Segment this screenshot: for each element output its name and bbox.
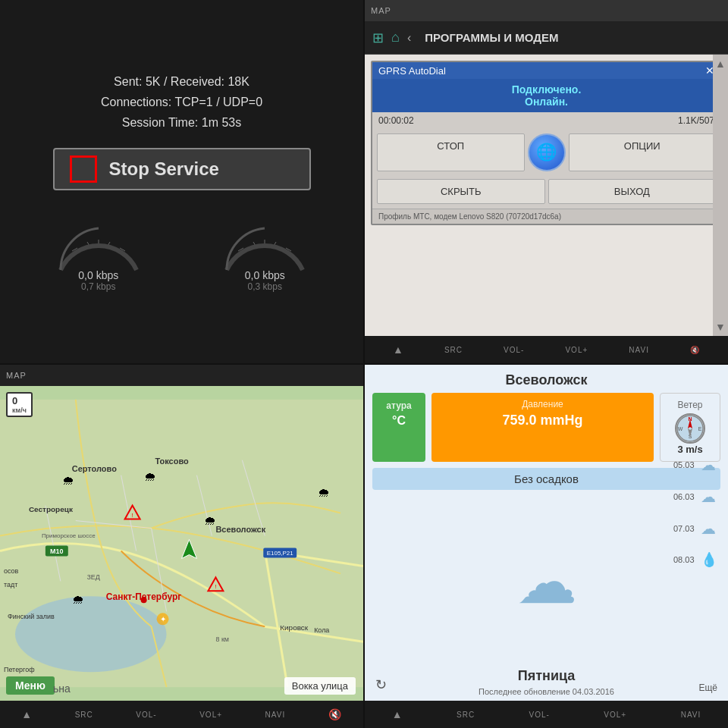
stop-service-button[interactable]: Stop Service bbox=[53, 148, 311, 190]
gprs-title: GPRS AutoDial bbox=[378, 65, 446, 77]
svg-text:тадт: тадт bbox=[4, 581, 17, 588]
gprs-stop-button[interactable]: СТОП bbox=[377, 133, 525, 171]
temp-value: °C bbox=[392, 414, 406, 428]
svg-point-15 bbox=[15, 596, 167, 672]
forecast-time-1: 05.03 bbox=[673, 460, 696, 469]
svg-text:🌧: 🌧 bbox=[144, 470, 156, 483]
more-button[interactable]: Ещё bbox=[698, 682, 717, 693]
svg-text:🌧: 🌧 bbox=[62, 474, 74, 487]
forecast-item-1: 05.03 ☁ bbox=[673, 456, 717, 474]
day-label: Пятница bbox=[365, 668, 728, 687]
forecast-time-3: 07.03 bbox=[673, 524, 696, 533]
gprs-dialog: GPRS AutoDial ✕ Подключено. Онлайн. 00:0… bbox=[371, 61, 722, 225]
svg-text:✦: ✦ bbox=[160, 615, 166, 623]
unit-content: GPRS AutoDial ✕ Подключено. Онлайн. 00:0… bbox=[365, 55, 728, 336]
weather-bottom-bar: ▲ SRC VOL- VOL+ NAVI bbox=[365, 701, 728, 728]
map-mute-button[interactable]: 🔇 bbox=[328, 708, 342, 720]
wind-value: 3 m/s bbox=[677, 444, 702, 455]
scroll-up-button[interactable]: ▲ bbox=[712, 55, 728, 73]
gprs-speed: 1.1K/507 bbox=[678, 115, 714, 126]
connections: Connections: TCP=1 / UDP=0 bbox=[101, 92, 262, 112]
svg-text:W: W bbox=[678, 426, 683, 431]
cloud-icon: ☁ bbox=[516, 547, 577, 617]
unit-top-bar: MAP bbox=[365, 0, 728, 21]
map-label-top: MAP bbox=[371, 6, 391, 15]
weather-vol-down-button[interactable]: VOL- bbox=[529, 711, 550, 719]
temp-block: атура °C bbox=[372, 393, 425, 462]
gprs-options-button[interactable]: ОПЦИИ bbox=[569, 133, 717, 171]
stats-text: Sent: 5K / Received: 18K Connections: TC… bbox=[101, 71, 262, 133]
speed-sub-left: 0,7 kbps bbox=[81, 281, 115, 292]
gprs-title-bar: GPRS AutoDial ✕ bbox=[372, 62, 720, 79]
map-src-button[interactable]: SRC bbox=[75, 711, 93, 719]
menu-button[interactable]: Меню bbox=[6, 676, 55, 695]
sent-received: Sent: 5K / Received: 18K bbox=[101, 71, 262, 92]
refresh-button[interactable]: ↻ bbox=[375, 676, 387, 693]
svg-text:E105,P21: E105,P21 bbox=[267, 550, 294, 557]
svg-text:8 км: 8 км bbox=[215, 635, 229, 643]
eject-button[interactable]: ▲ bbox=[393, 344, 403, 356]
pressure-block: Давление 759.0 mmHg bbox=[431, 393, 654, 462]
speed-sub-right: 0,3 kbps bbox=[248, 281, 282, 292]
weather-src-button[interactable]: SRC bbox=[457, 711, 475, 719]
map-eject-button[interactable]: ▲ bbox=[21, 708, 32, 720]
scroll-down-button[interactable]: ▼ bbox=[712, 318, 728, 336]
forecast-rain-4: 💧 bbox=[701, 551, 717, 568]
vol-down-button[interactable]: VOL- bbox=[504, 346, 524, 354]
nav-title: ПРОГРАММЫ И МОДЕМ bbox=[425, 31, 558, 44]
speed-badge: 0 км/ч bbox=[6, 392, 33, 417]
forecast-row: 05.03 ☁ 06.03 ☁ 07.03 ☁ 08.03 💧 bbox=[673, 456, 717, 568]
map-navi-button[interactable]: NAVI bbox=[265, 711, 286, 719]
gprs-hide-button[interactable]: СКРЫТЬ bbox=[377, 179, 545, 204]
forecast-item-2: 06.03 ☁ bbox=[673, 488, 717, 506]
map-bottom-bar: ▲ SRC VOL- VOL+ NAVI 🔇 bbox=[0, 701, 363, 728]
weather-vol-up-button[interactable]: VOL+ bbox=[604, 711, 626, 719]
speed-unit: км/ч bbox=[12, 406, 27, 414]
svg-text:осов: осов bbox=[4, 567, 19, 575]
pressure-value: 759.0 mmHg bbox=[502, 413, 582, 428]
apps-icon: ⊞ bbox=[372, 30, 384, 46]
vpn-panel: Sent: 5K / Received: 18K Connections: TC… bbox=[0, 0, 363, 363]
compass-icon: N S W E bbox=[675, 413, 705, 444]
svg-text:3ЕД: 3ЕД bbox=[87, 573, 100, 581]
gprs-globe-icon: 🌐 bbox=[528, 133, 566, 171]
map-vol-up-button[interactable]: VOL+ bbox=[199, 711, 222, 719]
condition-bar: Без осадков bbox=[372, 468, 720, 490]
map-panel: MAP bbox=[0, 365, 363, 728]
gprs-buttons-top: СТОП 🌐 ОПЦИИ bbox=[372, 129, 720, 176]
svg-text:Сестрорецк: Сестрорецк bbox=[29, 505, 73, 513]
svg-text:🌧: 🌧 bbox=[204, 514, 216, 527]
src-button[interactable]: SRC bbox=[444, 346, 463, 354]
svg-text:Всеволожск: Всеволожск bbox=[215, 525, 265, 534]
wind-block: Ветер N S W E 3 m/s bbox=[660, 393, 720, 462]
speed-meter-right: 0,0 kbps 0,3 kbps bbox=[219, 221, 310, 292]
forecast-cloud-3: ☁ bbox=[701, 519, 716, 538]
speed-meter-left: 0,0 kbps 0,7 kbps bbox=[53, 221, 144, 292]
svg-text:Кировск: Кировск bbox=[280, 623, 309, 632]
mute-button[interactable]: 🔇 bbox=[690, 346, 700, 354]
weather-eject-button[interactable]: ▲ bbox=[392, 708, 403, 720]
pressure-label: Давление bbox=[522, 399, 563, 410]
svg-text:!: ! bbox=[132, 512, 133, 519]
weather-navi-button[interactable]: NAVI bbox=[681, 711, 701, 719]
svg-text:🌧: 🌧 bbox=[318, 486, 330, 499]
forecast-item-4: 08.03 💧 bbox=[673, 551, 717, 568]
svg-text:Сертолово: Сертолово bbox=[72, 464, 117, 473]
temp-label: атура bbox=[386, 400, 411, 411]
gprs-status2: Онлайн. bbox=[377, 96, 716, 108]
back-icon[interactable]: ‹ bbox=[407, 31, 411, 45]
forecast-time-2: 06.03 bbox=[673, 492, 696, 501]
car-unit-panel: MAP ⊞ ⌂ ‹ ПРОГРАММЫ И МОДЕМ GPRS AutoDia… bbox=[365, 0, 728, 363]
map-screen: M10 E105,P21 Сертолово Токсово Сестрорец… bbox=[0, 386, 363, 701]
map-vol-down-button[interactable]: VOL- bbox=[136, 711, 156, 719]
head-unit: MAP ⊞ ⌂ ‹ ПРОГРАММЫ И МОДЕМ GPRS AutoDia… bbox=[365, 0, 728, 363]
svg-text:Токсово: Токсово bbox=[155, 457, 189, 466]
gprs-exit-button[interactable]: ВЫХОД bbox=[548, 179, 717, 204]
gprs-status1: Подключено. bbox=[377, 83, 716, 96]
gprs-buttons-bottom: СКРЫТЬ ВЫХОД bbox=[372, 176, 720, 209]
navi-button[interactable]: NAVI bbox=[629, 346, 649, 354]
gprs-time: 00:00:02 bbox=[378, 115, 414, 126]
svg-point-44 bbox=[141, 597, 147, 603]
meter-arc-right bbox=[219, 221, 310, 266]
vol-up-button[interactable]: VOL+ bbox=[565, 346, 588, 354]
